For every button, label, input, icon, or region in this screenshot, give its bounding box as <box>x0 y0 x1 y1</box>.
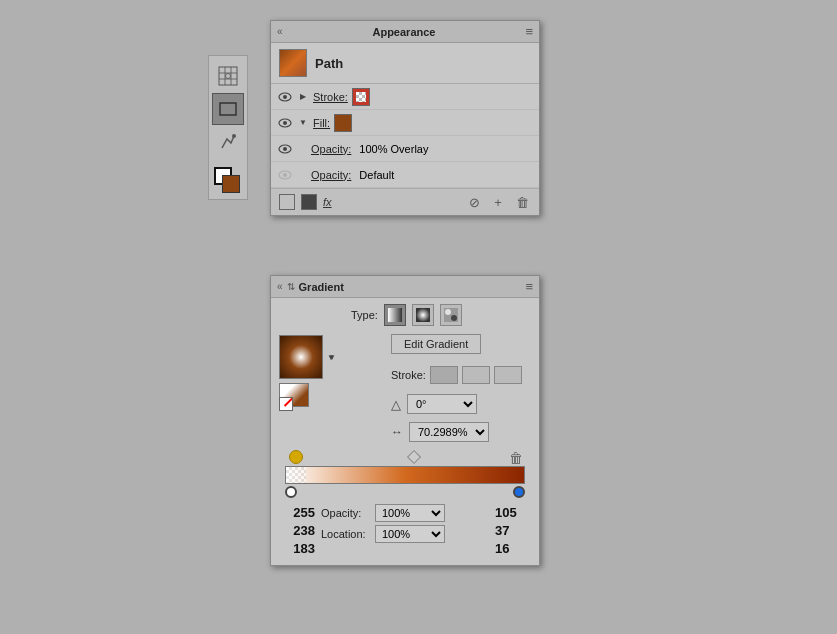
fill-eye-icon[interactable] <box>277 116 293 130</box>
fill-collapse-btn[interactable]: ▼ <box>297 117 309 129</box>
svg-point-11 <box>283 121 287 125</box>
gradient-large-preview[interactable] <box>279 335 323 379</box>
aspect-icon: ↔ <box>391 425 403 439</box>
svg-point-20 <box>451 315 457 321</box>
gradient-delete-btn[interactable]: 🗑 <box>509 450 523 466</box>
gradient-indicator-row <box>285 450 525 464</box>
opacity-ctrl-select[interactable]: 100% <box>375 504 445 522</box>
right-g-value: 37 <box>495 522 509 540</box>
gradient-stroke-preview[interactable] <box>279 383 313 411</box>
svg-point-13 <box>283 147 287 151</box>
location-ctrl-select[interactable]: 100% <box>375 525 445 543</box>
type-freeform-btn[interactable] <box>440 304 462 326</box>
svg-rect-17 <box>416 308 430 322</box>
stroke-type-btn-2[interactable] <box>462 366 490 384</box>
gradient-stop-right[interactable] <box>513 486 525 498</box>
gradient-menu-icon[interactable]: ≡ <box>525 279 533 294</box>
footer-square-empty[interactable] <box>279 194 295 210</box>
footer-no-icon[interactable]: ⊘ <box>465 193 483 211</box>
opacity-control-row: Opacity: 100% <box>321 504 489 522</box>
stroke-no-fill-indicator <box>279 397 293 411</box>
appearance-panel-title: Appearance <box>372 26 435 38</box>
fill-label[interactable]: Fill: <box>313 117 330 129</box>
stroke-label[interactable]: Stroke: <box>313 91 348 103</box>
svg-point-15 <box>283 173 287 177</box>
appearance-panel-header[interactable]: « Appearance ≡ <box>271 21 539 43</box>
edit-gradient-button[interactable]: Edit Gradient <box>391 334 481 354</box>
svg-rect-6 <box>220 103 236 115</box>
left-color-values: 255 238 183 <box>285 504 315 559</box>
appearance-menu-icon[interactable]: ≡ <box>525 24 533 39</box>
fill-swatch[interactable] <box>334 114 352 132</box>
stroke-type-btn-3[interactable] <box>494 366 522 384</box>
location-control-row: Location: 100% <box>321 525 489 543</box>
gradient-stop-left[interactable] <box>285 486 297 498</box>
gradient-panel-title: Gradient <box>299 281 344 293</box>
pen-tool-btn[interactable] <box>212 126 244 158</box>
gradient-panel: « ⇅ Gradient ≡ ▼ <box>270 275 540 566</box>
gradient-up-down-arrows[interactable]: ⇅ <box>287 281 295 292</box>
type-section: Type: Edit Gradient <box>331 304 522 442</box>
location-ctrl-label: Location: <box>321 528 371 540</box>
gradient-bar-checker <box>286 467 306 483</box>
gradient-midpoint-diamond[interactable] <box>407 450 421 464</box>
opacity-overlay-label[interactable]: Opacity: <box>311 143 351 155</box>
appearance-panel-controls: ≡ <box>525 24 533 39</box>
right-b-value: 16 <box>495 540 509 558</box>
stroke-row: ▶ Stroke: <box>271 84 539 110</box>
opacity-default-label[interactable]: Opacity: <box>311 169 351 181</box>
svg-point-5 <box>226 74 231 79</box>
type-row: Type: <box>351 304 522 326</box>
stroke-swatch[interactable] <box>352 88 370 106</box>
fill-box <box>222 175 240 193</box>
fill-row: ▼ Fill: <box>271 110 539 136</box>
path-thumbnail <box>279 49 307 77</box>
gradient-double-arrow[interactable]: « <box>277 281 283 292</box>
stroke-label-gradient: Stroke: <box>391 369 426 381</box>
fill-stroke-indicator <box>214 167 242 195</box>
left-r-value: 255 <box>293 504 315 522</box>
svg-point-7 <box>232 134 236 138</box>
footer-delete-icon[interactable]: 🗑 <box>513 193 531 211</box>
gradient-stops-row <box>285 486 525 498</box>
stroke-row-gradient: Stroke: <box>391 366 522 384</box>
opacity-location-area: Opacity: 100% Location: 100% <box>321 504 489 546</box>
appearance-footer: fx ⊘ + 🗑 <box>271 188 539 215</box>
gradient-panel-header[interactable]: « ⇅ Gradient ≡ <box>271 276 539 298</box>
angle-select[interactable]: 0° <box>407 394 477 414</box>
opacity-overlay-row: Opacity: 100% Overlay <box>271 136 539 162</box>
appearance-double-arrow[interactable]: « <box>277 26 283 37</box>
gradient-dropdown-arrow[interactable]: ▼ <box>327 353 335 362</box>
footer-square-filled[interactable] <box>301 194 317 210</box>
mesh-tool-btn[interactable] <box>212 60 244 92</box>
gradient-top-row: ▼ Type: <box>279 304 531 442</box>
stroke-eye-icon[interactable] <box>277 90 293 104</box>
right-color-values: 105 37 16 <box>495 504 525 559</box>
gradient-panel-controls: ≡ <box>525 279 533 294</box>
gradient-indicator-circle[interactable] <box>289 450 303 464</box>
gradient-values-row: 255 238 183 Opacity: 100% Location: 100% <box>279 504 531 559</box>
stroke-expand-btn[interactable]: ▶ <box>297 91 309 103</box>
type-radial-btn[interactable] <box>412 304 434 326</box>
gradient-bar[interactable] <box>285 466 525 484</box>
left-g-value: 238 <box>293 522 315 540</box>
red-slash <box>284 397 293 407</box>
appearance-panel: « Appearance ≡ Path ▶ Stroke: ▼ Fill: <box>270 20 540 216</box>
footer-add-icon[interactable]: + <box>489 193 507 211</box>
gradient-title-area: « ⇅ Gradient <box>277 281 344 293</box>
aspect-select[interactable]: 70.2989% <box>409 422 489 442</box>
opacity-eye-icon[interactable] <box>277 142 293 156</box>
fx-button[interactable]: fx <box>323 196 332 208</box>
path-label: Path <box>315 56 343 71</box>
type-linear-btn[interactable] <box>384 304 406 326</box>
opacity-default-eye-icon[interactable] <box>277 168 293 182</box>
opacity-overlay-value: 100% Overlay <box>359 143 428 155</box>
right-r-value: 105 <box>495 504 517 522</box>
stroke-type-btn-1[interactable] <box>430 366 458 384</box>
rectangle-tool-btn[interactable] <box>212 93 244 125</box>
gradient-large-preview-container: ▼ <box>279 335 323 379</box>
left-toolbar <box>208 55 248 200</box>
opacity-default-row: Opacity: Default <box>271 162 539 188</box>
svg-rect-0 <box>219 67 237 85</box>
opacity-default-value: Default <box>359 169 394 181</box>
